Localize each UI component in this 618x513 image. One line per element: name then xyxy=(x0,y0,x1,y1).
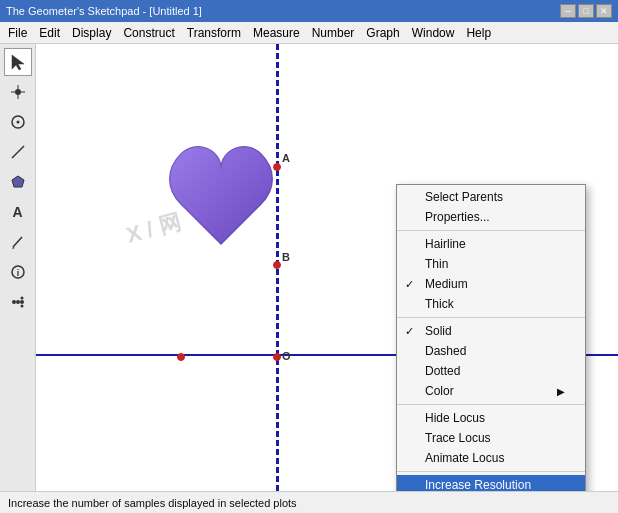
ctx-hide-locus[interactable]: Hide Locus xyxy=(397,408,585,428)
toolbar: A i xyxy=(0,44,36,491)
svg-point-17 xyxy=(20,300,24,304)
title-bar: The Geometer's Sketchpad - [Untitled 1] … xyxy=(0,0,618,22)
separator-2 xyxy=(397,317,585,318)
menu-number[interactable]: Number xyxy=(306,22,361,43)
menu-graph[interactable]: Graph xyxy=(360,22,405,43)
menu-file[interactable]: File xyxy=(2,22,33,43)
svg-point-7 xyxy=(16,121,19,124)
svg-point-20 xyxy=(274,262,281,269)
compass-tool[interactable] xyxy=(4,108,32,136)
svg-marker-0 xyxy=(12,55,24,70)
point-o-label: O xyxy=(282,350,291,362)
separator-3 xyxy=(397,404,585,405)
svg-point-14 xyxy=(12,300,16,304)
ctx-increase-resolution[interactable]: Increase Resolution xyxy=(397,475,585,491)
medium-check: ✓ xyxy=(405,278,414,291)
menu-measure[interactable]: Measure xyxy=(247,22,306,43)
menu-display[interactable]: Display xyxy=(66,22,117,43)
ctx-medium[interactable]: ✓ Medium xyxy=(397,274,585,294)
info-tool[interactable]: i xyxy=(4,258,32,286)
canvas[interactable]: A B O X / 网 Select Parents Properties... xyxy=(36,44,618,491)
color-arrow-icon: ▶ xyxy=(557,386,565,397)
maximize-button[interactable]: □ xyxy=(578,4,594,18)
separator-1 xyxy=(397,230,585,231)
red-point[interactable] xyxy=(177,350,185,364)
polygon-tool[interactable] xyxy=(4,168,32,196)
svg-point-19 xyxy=(274,164,281,171)
ctx-properties[interactable]: Properties... xyxy=(397,207,585,227)
main-area: A i xyxy=(0,44,618,491)
svg-point-1 xyxy=(15,89,21,95)
pencil-tool[interactable] xyxy=(4,228,32,256)
svg-point-18 xyxy=(20,305,23,308)
svg-marker-11 xyxy=(12,247,15,249)
point-b[interactable] xyxy=(273,258,281,272)
ctx-animate-locus[interactable]: Animate Locus xyxy=(397,448,585,468)
point-o[interactable] xyxy=(273,350,281,364)
window-controls[interactable]: ─ □ ✕ xyxy=(560,4,612,18)
point-b-label: B xyxy=(282,251,290,263)
status-text: Increase the number of samples displayed… xyxy=(8,497,297,509)
menu-construct[interactable]: Construct xyxy=(117,22,180,43)
more-tool[interactable] xyxy=(4,288,32,316)
ctx-select-parents[interactable]: Select Parents xyxy=(397,187,585,207)
menu-help[interactable]: Help xyxy=(460,22,497,43)
ctx-thick[interactable]: Thick xyxy=(397,294,585,314)
menu-edit[interactable]: Edit xyxy=(33,22,66,43)
point-a[interactable] xyxy=(273,160,281,174)
ctx-color[interactable]: Color ▶ xyxy=(397,381,585,401)
solid-check: ✓ xyxy=(405,325,414,338)
ctx-dotted[interactable]: Dotted xyxy=(397,361,585,381)
svg-point-15 xyxy=(16,300,20,304)
svg-line-10 xyxy=(13,237,22,247)
ctx-dashed[interactable]: Dashed xyxy=(397,341,585,361)
point-a-label: A xyxy=(282,152,290,164)
menu-bar: File Edit Display Construct Transform Me… xyxy=(0,22,618,44)
menu-window[interactable]: Window xyxy=(406,22,461,43)
svg-line-8 xyxy=(12,146,24,158)
status-bar: Increase the number of samples displayed… xyxy=(0,491,618,513)
svg-marker-9 xyxy=(12,176,24,187)
point-tool[interactable] xyxy=(4,78,32,106)
minimize-button[interactable]: ─ xyxy=(560,4,576,18)
svg-point-21 xyxy=(274,354,281,361)
select-tool[interactable] xyxy=(4,48,32,76)
close-button[interactable]: ✕ xyxy=(596,4,612,18)
ctx-hairline[interactable]: Hairline xyxy=(397,234,585,254)
ctx-solid[interactable]: ✓ Solid xyxy=(397,321,585,341)
ctx-thin[interactable]: Thin xyxy=(397,254,585,274)
text-tool[interactable]: A xyxy=(4,198,32,226)
svg-point-16 xyxy=(20,297,23,300)
separator-4 xyxy=(397,471,585,472)
svg-text:i: i xyxy=(16,268,19,278)
menu-transform[interactable]: Transform xyxy=(181,22,247,43)
context-menu: Select Parents Properties... Hairline Th… xyxy=(396,184,586,491)
line-tool[interactable] xyxy=(4,138,32,166)
window-title: The Geometer's Sketchpad - [Untitled 1] xyxy=(6,5,560,17)
svg-point-22 xyxy=(178,354,185,361)
ctx-trace-locus[interactable]: Trace Locus xyxy=(397,428,585,448)
